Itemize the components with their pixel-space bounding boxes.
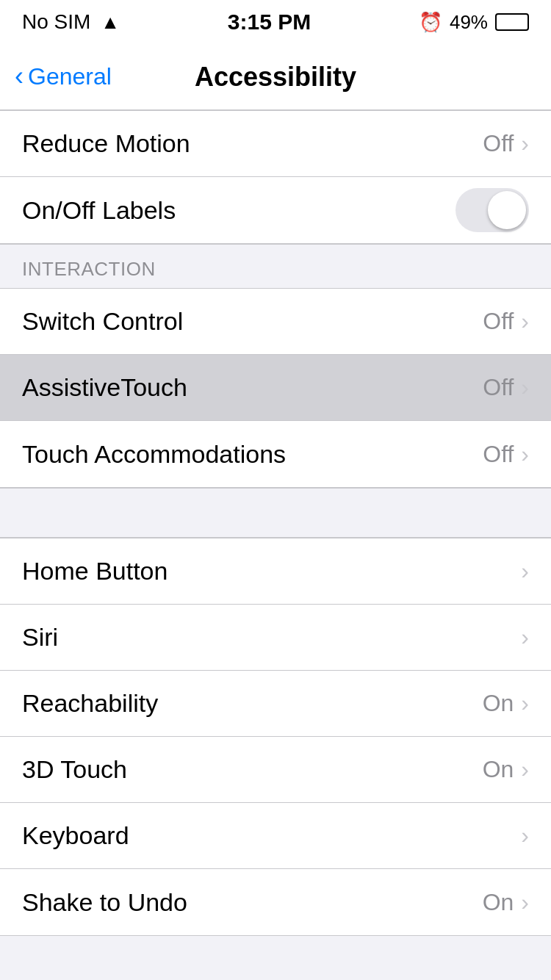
reduce-motion-value: Off (483, 130, 514, 157)
status-right: ⏰ 49% (419, 11, 529, 34)
shake-to-undo-chevron-icon: › (521, 889, 529, 916)
status-left: No SIM ▲ (22, 10, 120, 34)
3d-touch-row[interactable]: 3D Touch On › (0, 737, 551, 803)
siri-label: Siri (22, 623, 58, 652)
onoff-labels-label: On/Off Labels (22, 196, 176, 225)
page-title: Accessibility (195, 62, 356, 93)
shake-to-undo-right: On › (483, 889, 529, 916)
shake-to-undo-label: Shake to Undo (22, 888, 187, 917)
section-spacer (0, 488, 551, 538)
shake-to-undo-row[interactable]: Shake to Undo On › (0, 869, 551, 935)
touch-accommodations-chevron-icon: › (521, 441, 529, 468)
reachability-chevron-icon: › (521, 690, 529, 717)
home-button-row[interactable]: Home Button › (0, 538, 551, 605)
status-time: 3:15 PM (228, 10, 311, 35)
reachability-right: On › (483, 690, 529, 717)
3d-touch-chevron-icon: › (521, 756, 529, 783)
3d-touch-value: On (483, 756, 514, 783)
status-bar: No SIM ▲ 3:15 PM ⏰ 49% (0, 0, 551, 44)
reachability-value: On (483, 690, 514, 717)
keyboard-right: › (521, 822, 529, 849)
motion-list: Reduce Motion Off › On/Off Labels (0, 110, 551, 244)
assistive-touch-chevron-icon: › (521, 374, 529, 401)
assistive-touch-label: AssistiveTouch (22, 373, 187, 402)
switch-control-right: Off › (483, 308, 529, 335)
keyboard-label: Keyboard (22, 821, 129, 850)
misc-section: Home Button › Siri › Reachability On › 3… (0, 538, 551, 936)
keyboard-row[interactable]: Keyboard › (0, 803, 551, 869)
battery-icon (495, 13, 529, 31)
reduce-motion-label: Reduce Motion (22, 129, 190, 158)
wifi-icon: ▲ (101, 11, 120, 34)
interaction-list: Switch Control Off › AssistiveTouch Off … (0, 288, 551, 488)
siri-chevron-icon: › (521, 624, 529, 651)
touch-accommodations-value: Off (483, 441, 514, 468)
switch-control-row[interactable]: Switch Control Off › (0, 289, 551, 355)
onoff-labels-row[interactable]: On/Off Labels (0, 177, 551, 243)
misc-list: Home Button › Siri › Reachability On › 3… (0, 538, 551, 936)
reduce-motion-right: Off › (483, 130, 529, 157)
back-button[interactable]: ‹ General (15, 63, 112, 90)
alarm-icon: ⏰ (419, 11, 442, 34)
back-label: General (28, 63, 112, 90)
reachability-label: Reachability (22, 689, 158, 718)
shake-to-undo-value: On (483, 889, 514, 916)
siri-right: › (521, 624, 529, 651)
onoff-labels-right (455, 188, 529, 232)
reachability-row[interactable]: Reachability On › (0, 671, 551, 737)
onoff-labels-toggle[interactable] (455, 188, 529, 232)
switch-control-chevron-icon: › (521, 308, 529, 335)
switch-control-value: Off (483, 308, 514, 335)
assistive-touch-value: Off (483, 374, 514, 401)
home-button-right: › (521, 558, 529, 585)
siri-row[interactable]: Siri › (0, 605, 551, 671)
3d-touch-right: On › (483, 756, 529, 783)
touch-accommodations-row[interactable]: Touch Accommodations Off › (0, 421, 551, 487)
touch-accommodations-right: Off › (483, 441, 529, 468)
switch-control-label: Switch Control (22, 307, 183, 336)
back-chevron-icon: ‹ (15, 63, 24, 90)
interaction-header: INTERACTION (0, 244, 551, 288)
nav-bar: ‹ General Accessibility (0, 44, 551, 110)
motion-section: Reduce Motion Off › On/Off Labels (0, 110, 551, 244)
assistive-touch-row[interactable]: AssistiveTouch Off › (0, 355, 551, 421)
assistive-touch-right: Off › (483, 374, 529, 401)
toggle-knob (488, 191, 526, 229)
keyboard-chevron-icon: › (521, 822, 529, 849)
carrier-label: No SIM (22, 10, 90, 34)
interaction-section: INTERACTION Switch Control Off › Assisti… (0, 244, 551, 488)
reduce-motion-row[interactable]: Reduce Motion Off › (0, 111, 551, 177)
3d-touch-label: 3D Touch (22, 755, 127, 784)
battery-percent: 49% (450, 11, 488, 34)
reduce-motion-chevron-icon: › (521, 130, 529, 157)
touch-accommodations-label: Touch Accommodations (22, 440, 286, 469)
home-button-chevron-icon: › (521, 558, 529, 585)
home-button-label: Home Button (22, 557, 168, 586)
